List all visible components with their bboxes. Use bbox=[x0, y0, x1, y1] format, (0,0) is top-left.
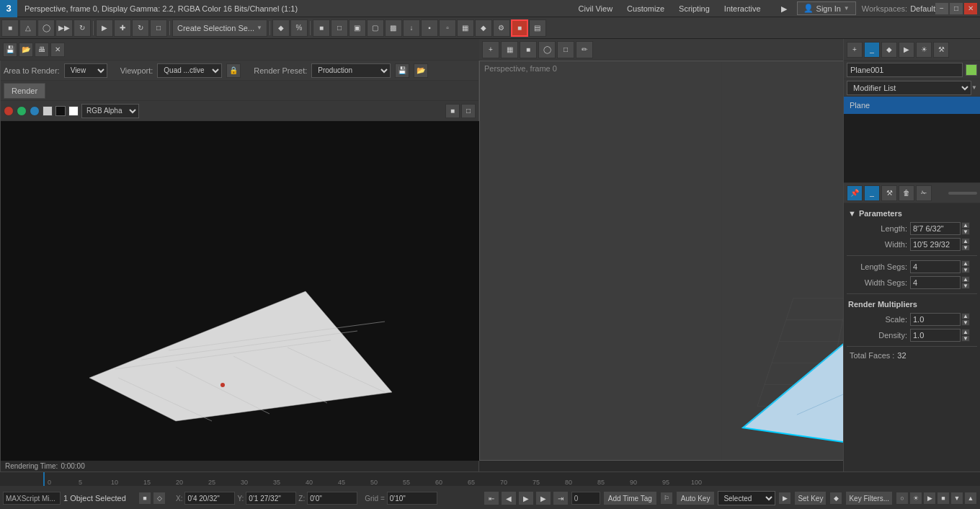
minimize-button[interactable]: − bbox=[935, 3, 948, 14]
tb-scale[interactable]: □ bbox=[150, 19, 167, 37]
status-icon1[interactable]: ■ bbox=[138, 492, 151, 505]
key-icon[interactable]: ◆ bbox=[829, 492, 842, 505]
vp-icon1[interactable]: + bbox=[482, 41, 499, 58]
tb-btn-2[interactable]: △ bbox=[19, 19, 37, 37]
add-time-tag-button[interactable]: Add Time Tag bbox=[603, 491, 657, 505]
tb-btn-5[interactable]: ↻ bbox=[74, 19, 91, 37]
save-render-icon[interactable]: 💾 bbox=[3, 43, 17, 57]
length-segs-spin-down[interactable]: ▼ bbox=[961, 267, 970, 273]
white-sq-icon[interactable] bbox=[68, 106, 79, 116]
tb-select[interactable]: ▶ bbox=[96, 19, 113, 37]
scale-spin-up[interactable]: ▲ bbox=[961, 313, 970, 319]
clear-icon[interactable]: ✕ bbox=[50, 43, 65, 57]
display-icon2[interactable]: □ bbox=[461, 104, 476, 118]
menu-interactive[interactable]: Interactive bbox=[717, 0, 768, 17]
white-channel-icon[interactable] bbox=[43, 106, 53, 116]
tb-move[interactable]: ✚ bbox=[114, 19, 131, 37]
object-color-swatch[interactable] bbox=[966, 64, 977, 76]
time-tag-icon[interactable]: ⚐ bbox=[660, 492, 673, 505]
prev-frame-btn[interactable]: ⇤ bbox=[484, 491, 499, 505]
maxscript-field[interactable]: MAXScript Mi... bbox=[3, 492, 61, 505]
vp-icon2[interactable]: ▦ bbox=[501, 41, 518, 58]
length-spin-down[interactable]: ▼ bbox=[961, 229, 970, 235]
pin-modifier-icon[interactable]: 📌 bbox=[847, 185, 863, 201]
display-icon1[interactable]: ■ bbox=[445, 104, 460, 118]
tb-view5[interactable]: ▩ bbox=[385, 19, 402, 37]
scale-input[interactable]: 1.0 bbox=[910, 313, 961, 326]
status-right-icon1[interactable]: ○ bbox=[896, 492, 909, 505]
set-key-button[interactable]: Set Key bbox=[794, 491, 827, 505]
render-preset-load-icon[interactable]: 📂 bbox=[414, 63, 428, 78]
maximize-button[interactable]: □ bbox=[950, 3, 963, 14]
tb-view4[interactable]: ▢ bbox=[367, 19, 384, 37]
prev-key-btn[interactable]: ◀ bbox=[501, 491, 517, 505]
delete-modifier-icon[interactable]: 🗑 bbox=[899, 185, 914, 201]
green-channel-icon[interactable] bbox=[17, 106, 27, 116]
status-right-icon4[interactable]: ■ bbox=[937, 492, 950, 505]
coord-z-value[interactable]: 0'0" bbox=[307, 492, 357, 505]
tb-extra[interactable]: ▤ bbox=[529, 19, 546, 37]
tb-highlighted[interactable]: ■ bbox=[511, 19, 528, 37]
rp-modify-icon[interactable]: ⎯ bbox=[864, 42, 880, 58]
length-segs-input[interactable]: 4 bbox=[910, 260, 961, 273]
modifier-settings-icon[interactable]: ⚒ bbox=[881, 185, 897, 201]
density-input[interactable]: 1.0 bbox=[910, 329, 961, 342]
coord-y-value[interactable]: 0'1 27/32" bbox=[246, 492, 296, 505]
next-frame-btn[interactable]: ⇥ bbox=[553, 491, 569, 505]
menu-scripting[interactable]: Scripting bbox=[672, 0, 717, 17]
configure-modifier-icon[interactable]: ⎯ bbox=[864, 185, 880, 201]
menu-civil-view[interactable]: Civil View bbox=[571, 0, 620, 17]
cut-modifier-icon[interactable]: ✁ bbox=[916, 185, 932, 201]
selected-dropdown-icon[interactable]: ▶ bbox=[778, 492, 791, 505]
create-selection-button[interactable]: Create Selection Se... ▼ bbox=[172, 19, 267, 37]
tb-key[interactable]: ◆ bbox=[475, 19, 492, 37]
menu-more[interactable]: ▶ bbox=[774, 0, 794, 17]
modifier-item-plane[interactable]: Plane bbox=[844, 97, 980, 114]
red-channel-icon[interactable] bbox=[4, 106, 14, 116]
status-right-icon5[interactable]: ▼ bbox=[950, 492, 963, 505]
status-icon2[interactable]: ◇ bbox=[153, 492, 166, 505]
object-name-input[interactable] bbox=[847, 63, 963, 77]
key-filters-button[interactable]: Key Filters... bbox=[845, 491, 893, 505]
vp-icon3[interactable]: ■ bbox=[520, 41, 537, 58]
lock-viewport-icon[interactable]: 🔒 bbox=[226, 63, 241, 78]
timeline-area[interactable]: 0 5 10 15 20 25 30 35 40 45 50 55 60 65 … bbox=[0, 472, 980, 487]
auto-key-button[interactable]: Auto Key bbox=[676, 491, 716, 505]
channel-select[interactable]: RGB Alpha bbox=[81, 104, 139, 118]
vp-icon4[interactable]: ◯ bbox=[538, 41, 556, 58]
rp-create-icon[interactable]: + bbox=[847, 42, 863, 58]
viewport-dropdown[interactable]: Quad ...ctive bbox=[157, 63, 222, 78]
parameters-collapse-icon[interactable]: ▼ bbox=[848, 209, 856, 218]
tb-view1[interactable]: ■ bbox=[313, 19, 330, 37]
tb-btn-4[interactable]: ▶▶ bbox=[55, 19, 73, 37]
render-preset-dropdown[interactable]: Production bbox=[311, 63, 391, 78]
density-spin-down[interactable]: ▼ bbox=[961, 335, 970, 342]
width-segs-spin-down[interactable]: ▼ bbox=[961, 283, 970, 289]
width-segs-spin-up[interactable]: ▲ bbox=[961, 276, 970, 283]
scale-spin-down[interactable]: ▼ bbox=[961, 319, 970, 326]
next-key-btn[interactable]: ▶ bbox=[535, 491, 551, 505]
length-input[interactable]: 8'7 6/32" bbox=[910, 222, 961, 235]
width-spin-up[interactable]: ▲ bbox=[961, 238, 970, 244]
close-button[interactable]: ✕ bbox=[964, 3, 977, 14]
tb-btn-1[interactable]: ■ bbox=[1, 19, 19, 37]
tb-snap[interactable]: % bbox=[290, 19, 308, 37]
selected-dropdown[interactable]: Selected bbox=[718, 491, 775, 505]
menu-customize[interactable]: Customize bbox=[620, 0, 672, 17]
sign-in-button[interactable]: 👤 Sign In ▼ bbox=[797, 1, 856, 15]
vp-icon6[interactable]: ✏ bbox=[576, 41, 593, 58]
coord-x-value[interactable]: 0'4 20/32" bbox=[184, 492, 235, 505]
tb-view7[interactable]: ▪ bbox=[421, 19, 438, 37]
tb-view6[interactable]: ↓ bbox=[403, 19, 420, 37]
black-channel-icon[interactable] bbox=[55, 106, 66, 116]
tb-view9[interactable]: ▦ bbox=[457, 19, 474, 37]
tb-view8[interactable]: ▫ bbox=[439, 19, 456, 37]
tb-settings[interactable]: ⚙ bbox=[493, 19, 510, 37]
tb-btn-3[interactable]: ◯ bbox=[37, 19, 55, 37]
area-to-render-dropdown[interactable]: View bbox=[64, 63, 107, 78]
status-right-icon6[interactable]: ▲ bbox=[964, 492, 977, 505]
tb-view2[interactable]: □ bbox=[331, 19, 348, 37]
rp-motion-icon[interactable]: ▶ bbox=[899, 42, 914, 58]
rp-utilities-icon[interactable]: ⚒ bbox=[933, 42, 949, 58]
modifier-list-dropdown[interactable]: Modifier List bbox=[847, 81, 971, 95]
